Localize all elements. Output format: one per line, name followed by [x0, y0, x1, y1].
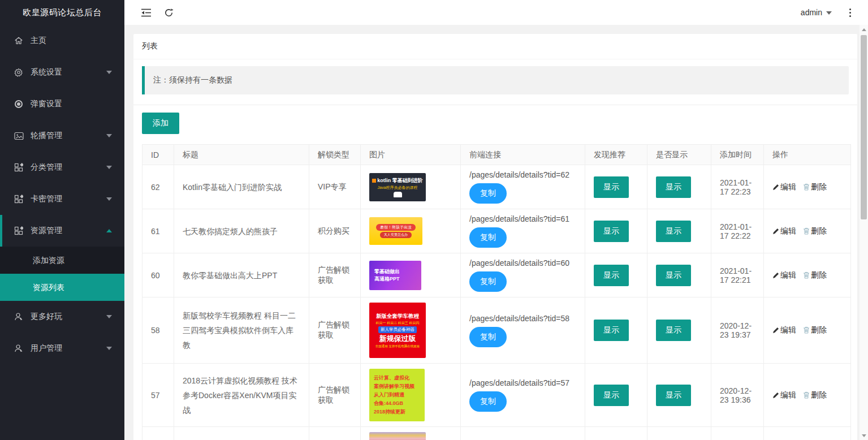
cell-visible: 显示: [647, 209, 711, 253]
cell-frontend-link: /pages/details/details?tid=57 复制: [461, 364, 585, 427]
copy-button[interactable]: 复制: [469, 391, 507, 412]
cell-added-time: [711, 427, 764, 440]
edit-link[interactable]: 编辑: [772, 270, 796, 279]
visible-toggle-button[interactable]: 显示: [656, 385, 691, 406]
scrollbar-thumb[interactable]: [861, 35, 867, 219]
table-row: 60 教你零基础做出高大上PPT 广告解锁获取 零基础做出 高逼格PPT /pa…: [142, 253, 851, 297]
visible-toggle-button[interactable]: 显示: [656, 221, 691, 242]
divider: [133, 105, 857, 105]
chevron-down-icon: [106, 166, 112, 169]
frontend-link: /pages/details/details?tid=58: [469, 314, 576, 323]
cell-frontend-link: /pages/details/details?tid=62 复制: [461, 165, 585, 209]
table-row: [142, 427, 851, 440]
user-menu[interactable]: admin: [793, 0, 840, 25]
cell-title: 新版驾校学车视频教程 科目一二三四驾考宝典模拟软件倒车入库教: [174, 297, 309, 364]
trash-icon: [803, 183, 810, 191]
sidebar-item-user-management[interactable]: 用户管理: [0, 333, 124, 364]
cell-added-time: 2021-01-17 22:21: [711, 253, 764, 297]
scroll-up-arrow[interactable]: [860, 25, 868, 34]
col-discover: 发现推荐: [585, 145, 647, 165]
delete-link[interactable]: 删除: [803, 325, 827, 334]
pencil-icon: [772, 327, 779, 334]
more-options-icon[interactable]: [840, 0, 860, 25]
discover-toggle-button[interactable]: 显示: [594, 176, 629, 198]
cell-visible: 显示: [647, 364, 711, 427]
edit-link[interactable]: 编辑: [772, 226, 796, 235]
discover-toggle-button[interactable]: 显示: [594, 385, 629, 406]
list-card: 列表 注：须保持有一条数据 添加 ID 标题 解锁类型 图片 前端连接: [133, 34, 857, 440]
copy-button[interactable]: 复制: [469, 327, 507, 347]
chevron-down-icon: [106, 347, 112, 350]
cell-frontend-link: /pages/details/details?tid=60 复制: [461, 253, 585, 297]
thumbnail: [369, 432, 426, 440]
sidebar-item-popup-settings[interactable]: 弹窗设置: [0, 88, 124, 120]
keycard-icon: [14, 194, 24, 204]
delete-link[interactable]: 删除: [803, 182, 827, 191]
cell-id: [142, 427, 174, 440]
edit-link[interactable]: 编辑: [772, 182, 796, 191]
sidebar-item-label: 更多好玩: [31, 312, 106, 322]
cell-frontend-link: /pages/details/details?tid=61 复制: [461, 209, 585, 253]
visible-toggle-button[interactable]: 显示: [656, 320, 691, 341]
frontend-link: /pages/details/details?tid=62: [469, 170, 576, 179]
sidebar-item-home[interactable]: 主页: [0, 25, 124, 57]
cell-image: 暑假！熊孩子出没 大人究竟怎么办: [361, 209, 461, 253]
cell-actions: 编辑 删除: [764, 253, 851, 297]
cell-added-time: 2020-12-23 19:37: [711, 297, 764, 364]
topbar: admin: [124, 0, 868, 25]
home-icon: [14, 36, 24, 46]
trash-icon: [803, 391, 810, 399]
sidebar-subitem-resource-list[interactable]: 资源列表: [0, 274, 124, 301]
sidebar-subitem-add-resource[interactable]: 添加资源: [0, 247, 124, 274]
cell-actions: 编辑 删除: [764, 165, 851, 209]
col-image: 图片: [361, 145, 461, 165]
delete-link[interactable]: 删除: [803, 270, 827, 279]
vertical-scrollbar[interactable]: [860, 25, 868, 440]
sidebar-item-more-fun[interactable]: 更多好玩: [0, 301, 124, 333]
cell-frontend-link: [461, 427, 585, 440]
thumbnail-driving: 新版全套学车教程 科目一 科目二 科目三 科目四 新人学员必备神器 新规保过版 …: [369, 303, 426, 358]
cell-unlock-type: 广告解锁获取: [309, 297, 361, 364]
discover-toggle-button[interactable]: 显示: [594, 265, 629, 286]
pencil-icon: [772, 228, 779, 235]
cell-id: 57: [142, 364, 174, 427]
thumbnail-kids: 暑假！熊孩子出没 大人究竟怎么办: [369, 217, 422, 245]
add-button[interactable]: 添加: [142, 113, 179, 134]
thumbnail-cloud: 云计算、虚拟化 案例讲解学习视频 从入门到精通 合集:44.0GB 2018持续…: [369, 369, 425, 421]
sidebar-item-system-settings[interactable]: 系统设置: [0, 57, 124, 88]
copy-button[interactable]: 复制: [469, 271, 507, 292]
discover-toggle-button[interactable]: 显示: [594, 320, 629, 341]
username: admin: [801, 8, 822, 17]
cell-added-time: 2020-12-23 19:36: [711, 364, 764, 427]
sidebar-item-carousel[interactable]: 轮播管理: [0, 120, 124, 152]
cell-visible: 显示: [647, 165, 711, 209]
frontend-link: /pages/details/details?tid=60: [469, 258, 576, 268]
visible-toggle-button[interactable]: 显示: [656, 176, 691, 198]
discover-toggle-button[interactable]: 显示: [594, 221, 629, 242]
sidebar-item-label: 用户管理: [31, 343, 106, 353]
visible-toggle-button[interactable]: 显示: [656, 265, 691, 286]
edit-link[interactable]: 编辑: [772, 325, 796, 334]
delete-link[interactable]: 删除: [803, 390, 827, 399]
col-actions: 操作: [764, 145, 851, 165]
card-title: 列表: [133, 34, 857, 59]
cell-discover: 显示: [585, 253, 647, 297]
user-icon: [14, 312, 24, 322]
cell-discover: 显示: [585, 165, 647, 209]
cell-image: [361, 427, 461, 440]
chevron-down-icon: [106, 315, 112, 318]
cell-unlock-type: 积分购买: [309, 209, 361, 253]
thumbnail-ppt: 零基础做出 高逼格PPT: [369, 261, 421, 290]
col-unlock-type: 解锁类型: [309, 145, 361, 165]
delete-link[interactable]: 删除: [803, 226, 827, 235]
copy-button[interactable]: 复制: [469, 183, 507, 204]
copy-button[interactable]: 复制: [469, 227, 507, 248]
scroll-down-arrow[interactable]: [860, 431, 868, 440]
refresh-icon[interactable]: [157, 0, 180, 25]
collapse-sidebar-icon[interactable]: [135, 0, 157, 25]
edit-link[interactable]: 编辑: [772, 390, 796, 399]
sidebar-item-resources[interactable]: 资源管理: [0, 215, 124, 247]
sidebar-item-category[interactable]: 分类管理: [0, 152, 124, 183]
cell-visible: 显示: [647, 297, 711, 364]
sidebar-item-keycard[interactable]: 卡密管理: [0, 183, 124, 215]
